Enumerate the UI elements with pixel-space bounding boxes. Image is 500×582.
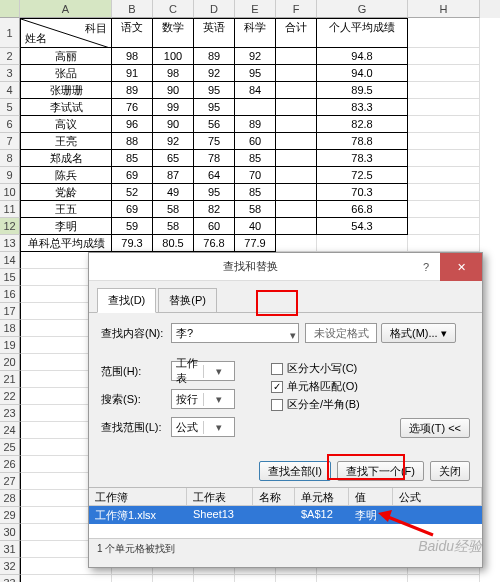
search-combo[interactable]: 按行▾ xyxy=(171,389,235,409)
col-G[interactable]: G xyxy=(317,0,408,18)
cell[interactable] xyxy=(408,150,480,167)
cell[interactable]: 88 xyxy=(112,133,153,150)
cell[interactable]: 58 xyxy=(153,201,194,218)
cell[interactable] xyxy=(276,235,317,252)
cell[interactable]: 66.8 xyxy=(317,201,408,218)
cell[interactable]: 85 xyxy=(235,184,276,201)
cell[interactable]: 高议 xyxy=(20,116,112,133)
cell[interactable] xyxy=(276,167,317,184)
cell[interactable]: 92 xyxy=(194,65,235,82)
col-H[interactable]: H xyxy=(408,0,480,18)
cell[interactable] xyxy=(276,133,317,150)
cell[interactable]: 90 xyxy=(153,116,194,133)
cell[interactable] xyxy=(276,184,317,201)
cell[interactable]: 80.5 xyxy=(153,235,194,252)
row-header[interactable]: 28 xyxy=(0,490,20,507)
cell[interactable]: 数学 xyxy=(153,18,194,48)
cell[interactable]: 党龄 xyxy=(20,184,112,201)
cell[interactable] xyxy=(20,575,112,582)
col-D[interactable]: D xyxy=(194,0,235,18)
row-header[interactable]: 31 xyxy=(0,541,20,558)
cell[interactable]: 科目姓名 xyxy=(20,18,112,48)
cell[interactable]: 59 xyxy=(112,218,153,235)
cell[interactable]: 52 xyxy=(112,184,153,201)
row-header[interactable]: 17 xyxy=(0,303,20,320)
cell[interactable]: 89.5 xyxy=(317,82,408,99)
cell[interactable]: 科学 xyxy=(235,18,276,48)
row-header[interactable]: 3 xyxy=(0,65,20,82)
cell[interactable] xyxy=(276,218,317,235)
cell[interactable] xyxy=(408,184,480,201)
cell[interactable]: 78.3 xyxy=(317,150,408,167)
cell[interactable]: 64 xyxy=(194,167,235,184)
cell[interactable]: 76 xyxy=(112,99,153,116)
cell[interactable]: 王亮 xyxy=(20,133,112,150)
cell[interactable]: 李明 xyxy=(20,218,112,235)
cell[interactable] xyxy=(194,575,235,582)
result-row[interactable]: 工作簿1.xlsx Sheet13 $A$12 李明 xyxy=(89,506,482,524)
row-header[interactable]: 24 xyxy=(0,422,20,439)
row-header[interactable]: 11 xyxy=(0,201,20,218)
chevron-down-icon[interactable]: ▾ xyxy=(203,393,235,406)
row-header[interactable]: 30 xyxy=(0,524,20,541)
cell[interactable]: 95 xyxy=(194,99,235,116)
dialog-titlebar[interactable]: 查找和替换 ? ✕ xyxy=(89,253,482,281)
cell[interactable]: 58 xyxy=(235,201,276,218)
row-header[interactable]: 1 xyxy=(0,18,20,48)
cell[interactable]: 69 xyxy=(112,167,153,184)
cell[interactable] xyxy=(317,575,408,582)
cell[interactable]: 95 xyxy=(194,82,235,99)
cell[interactable] xyxy=(317,235,408,252)
cell[interactable]: 98 xyxy=(153,65,194,82)
cell[interactable]: 99 xyxy=(153,99,194,116)
cell[interactable]: 92 xyxy=(153,133,194,150)
cell[interactable] xyxy=(276,575,317,582)
match-width-checkbox[interactable]: 区分全/半角(B) xyxy=(271,397,470,412)
cell[interactable]: 84 xyxy=(235,82,276,99)
format-button[interactable]: 格式(M)... ▾ xyxy=(381,323,456,343)
cell[interactable] xyxy=(408,201,480,218)
row-header[interactable]: 7 xyxy=(0,133,20,150)
tab-find[interactable]: 查找(D) xyxy=(97,288,156,313)
col-E[interactable]: E xyxy=(235,0,276,18)
cell[interactable]: 89 xyxy=(194,48,235,65)
cell[interactable] xyxy=(276,116,317,133)
cell[interactable]: 李试试 xyxy=(20,99,112,116)
select-all-corner[interactable] xyxy=(0,0,20,18)
row-header[interactable]: 33 xyxy=(0,575,20,582)
cell[interactable]: 78.8 xyxy=(317,133,408,150)
row-header[interactable]: 25 xyxy=(0,439,20,456)
cell[interactable]: 个人平均成绩 xyxy=(317,18,408,48)
tab-replace[interactable]: 替换(P) xyxy=(158,288,217,313)
cell[interactable]: 英语 xyxy=(194,18,235,48)
cell[interactable]: 89 xyxy=(235,116,276,133)
find-all-button[interactable]: 查找全部(I) xyxy=(259,461,331,481)
row-header[interactable]: 15 xyxy=(0,269,20,286)
cell[interactable]: 92 xyxy=(235,48,276,65)
cell[interactable]: 82 xyxy=(194,201,235,218)
cell[interactable]: 69 xyxy=(112,201,153,218)
cell[interactable]: 85 xyxy=(235,150,276,167)
cell[interactable]: 76.8 xyxy=(194,235,235,252)
row-header[interactable]: 23 xyxy=(0,405,20,422)
col-B[interactable]: B xyxy=(112,0,153,18)
cell[interactable] xyxy=(408,575,480,582)
chevron-down-icon[interactable]: ▾ xyxy=(290,326,296,344)
help-icon[interactable]: ? xyxy=(412,261,440,273)
cell[interactable]: 49 xyxy=(153,184,194,201)
cell[interactable]: 56 xyxy=(194,116,235,133)
row-header[interactable]: 29 xyxy=(0,507,20,524)
close-icon[interactable]: ✕ xyxy=(440,253,482,281)
cell[interactable]: 98 xyxy=(112,48,153,65)
cell[interactable]: 72.5 xyxy=(317,167,408,184)
cell[interactable]: 94.8 xyxy=(317,48,408,65)
cell[interactable]: 95 xyxy=(194,184,235,201)
close-button[interactable]: 关闭 xyxy=(430,461,470,481)
row-header[interactable]: 22 xyxy=(0,388,20,405)
cell[interactable]: 79.3 xyxy=(112,235,153,252)
cell[interactable]: 65 xyxy=(153,150,194,167)
row-header[interactable]: 10 xyxy=(0,184,20,201)
cell[interactable]: 85 xyxy=(112,150,153,167)
row-header[interactable]: 9 xyxy=(0,167,20,184)
cell[interactable]: 54.3 xyxy=(317,218,408,235)
